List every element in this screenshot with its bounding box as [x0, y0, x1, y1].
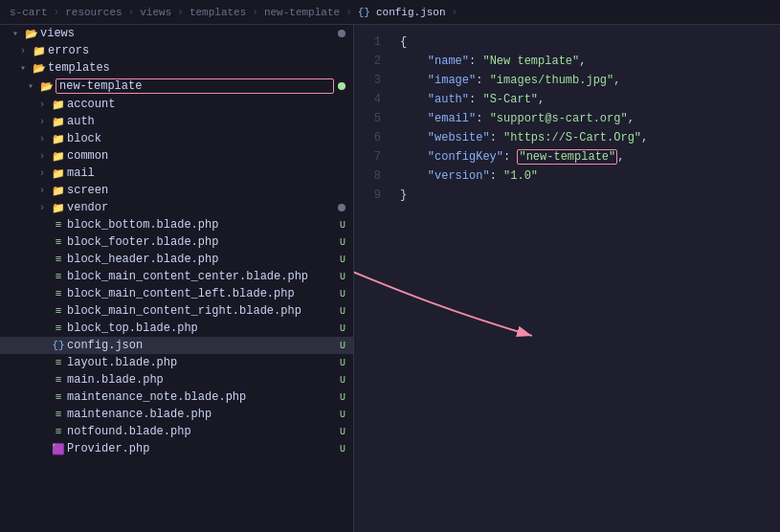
chevron-right-icon: › — [15, 46, 31, 56]
sidebar-item-label: Provider.php — [67, 442, 336, 455]
file-icon: ≡ — [50, 322, 67, 334]
sidebar-item-views[interactable]: ▾ 📂 views — [0, 25, 353, 42]
folder-closed-icon: 📁 — [50, 202, 67, 214]
status-dot — [338, 204, 345, 211]
status-dot — [338, 30, 345, 37]
chevron-down-icon: ▾ — [23, 80, 38, 92]
file-badge: U — [340, 392, 345, 403]
sidebar-item-common[interactable]: › 📁 common — [0, 147, 353, 165]
breadcrumb-bar: s-cart › resources › views › templates ›… — [0, 0, 780, 25]
sidebar-item-label: screen — [67, 184, 345, 197]
file-badge: U — [340, 306, 345, 317]
sidebar-item-mail[interactable]: › 📁 mail — [0, 165, 353, 182]
folder-closed-icon: 📁 — [50, 185, 67, 197]
file-icon: ≡ — [50, 391, 67, 403]
code-line-7: "configKey": "new-template", — [400, 147, 780, 166]
file-badge: U — [340, 272, 345, 282]
file-json-icon: {} — [50, 340, 67, 351]
sidebar-item-label: new-template — [56, 78, 334, 94]
file-icon: ≡ — [50, 271, 67, 282]
sidebar-item-errors[interactable]: › 📁 errors — [0, 42, 353, 59]
sidebar-item-label: views — [40, 27, 334, 40]
sidebar-item-config-json[interactable]: {} config.json U — [0, 337, 353, 354]
chevron-down-icon: ▾ — [8, 28, 23, 39]
file-badge: U — [340, 427, 345, 437]
folder-closed-icon: 📁 — [50, 167, 67, 180]
sidebar-item-block-header[interactable]: ≡ block_header.blade.php U — [0, 251, 353, 268]
file-icon: ≡ — [50, 219, 67, 231]
sidebar-item-layout[interactable]: ≡ layout.blade.php U — [0, 354, 353, 371]
sidebar-item-label: main.blade.php — [67, 373, 336, 387]
file-badge: U — [340, 220, 345, 231]
sidebar-item-block-footer[interactable]: ≡ block_footer.blade.php U — [0, 233, 353, 251]
sidebar-item-label: templates — [48, 61, 345, 75]
sidebar-item-templates[interactable]: ▾ 📂 templates — [0, 59, 353, 77]
code-line-1: { — [400, 33, 780, 52]
breadcrumb-part: new-template — [264, 7, 340, 18]
sidebar-item-provider[interactable]: 🟪 Provider.php U — [0, 440, 353, 457]
file-php-purple-icon: 🟪 — [50, 443, 67, 455]
file-icon: ≡ — [50, 357, 67, 368]
json-breadcrumb-icon: {} — [358, 7, 370, 18]
sidebar-item-label: block_bottom.blade.php — [67, 218, 336, 232]
file-badge: U — [340, 358, 345, 368]
sidebar-item-notfound[interactable]: ≡ notfound.blade.php U — [0, 423, 353, 440]
sidebar-item-account[interactable]: › 📁 account — [0, 96, 353, 113]
folder-open-icon: 📂 — [38, 80, 56, 93]
folder-closed-icon: 📁 — [50, 150, 67, 163]
sidebar-item-label: maintenance_note.blade.php — [67, 390, 336, 404]
breadcrumb-part: s-cart — [10, 7, 48, 18]
file-badge: U — [340, 289, 345, 299]
folder-closed-icon: 📁 — [50, 116, 67, 128]
folder-open-icon: 📂 — [31, 62, 48, 75]
breadcrumb-filename: config.json — [376, 7, 446, 18]
folder-open-icon: 📂 — [23, 28, 40, 40]
sidebar-item-maintenance-note[interactable]: ≡ maintenance_note.blade.php U — [0, 388, 353, 406]
highlighted-value: "new-template" — [517, 149, 617, 165]
code-area: 1 2 3 4 5 6 7 8 9 { "name": "New templat… — [354, 25, 780, 532]
sidebar-item-block-bottom[interactable]: ≡ block_bottom.blade.php U — [0, 216, 353, 233]
sidebar-item-label: account — [67, 98, 345, 111]
sidebar-item-label: common — [67, 149, 345, 163]
sidebar-item-label: block_footer.blade.php — [67, 235, 336, 249]
file-icon: ≡ — [50, 254, 67, 265]
file-icon: ≡ — [50, 409, 67, 420]
line-numbers: 1 2 3 4 5 6 7 8 9 — [354, 33, 392, 524]
status-dot-green — [338, 82, 345, 90]
sidebar-item-label: config.json — [67, 339, 336, 352]
code-line-8: "version": "1.0" — [400, 166, 780, 186]
sidebar-item-label: errors — [48, 44, 345, 57]
sidebar-item-block[interactable]: › 📁 block — [0, 130, 353, 147]
sidebar-item-vendor[interactable]: › 📁 vendor — [0, 199, 353, 216]
sidebar-item-block-main-content-right[interactable]: ≡ block_main_content_right.blade.php U — [0, 302, 353, 320]
file-badge: U — [340, 323, 345, 334]
code-line-3: "image": "images/thumb.jpg", — [400, 71, 780, 90]
sidebar-item-block-main-content-center[interactable]: ≡ block_main_content_center.blade.php U — [0, 268, 353, 285]
breadcrumb-part: views — [140, 7, 171, 18]
file-icon: ≡ — [50, 426, 67, 437]
sidebar-item-block-top[interactable]: ≡ block_top.blade.php U — [0, 320, 353, 337]
sidebar-item-block-main-content-left[interactable]: ≡ block_main_content_left.blade.php U — [0, 285, 353, 302]
sidebar-item-new-template[interactable]: ▾ 📂 new-template — [0, 77, 353, 96]
sidebar-item-label: block_main_content_left.blade.php — [67, 287, 336, 300]
code-content: { "name": "New template", "image": "imag… — [392, 33, 780, 524]
file-badge: U — [340, 255, 345, 265]
breadcrumb-part: resources — [65, 7, 122, 18]
sidebar-item-auth[interactable]: › 📁 auth — [0, 113, 353, 130]
sidebar-item-maintenance[interactable]: ≡ maintenance.blade.php U — [0, 406, 353, 423]
file-icon: ≡ — [50, 374, 67, 386]
code-line-5: "email": "support@s-cart.org", — [400, 109, 780, 128]
chevron-right-icon: › — [34, 134, 50, 144]
chevron-right-icon: › — [34, 168, 50, 179]
sidebar-item-label: maintenance.blade.php — [67, 408, 336, 421]
chevron-right-icon: › — [34, 186, 50, 196]
sidebar-item-main[interactable]: ≡ main.blade.php U — [0, 371, 353, 388]
sidebar-item-label: notfound.blade.php — [67, 425, 336, 438]
editor-panel: 1 2 3 4 5 6 7 8 9 { "name": "New templat… — [354, 25, 780, 532]
code-line-4: "auth": "S-Cart", — [400, 90, 780, 109]
file-badge: U — [340, 444, 345, 454]
code-line-2: "name": "New template", — [400, 52, 780, 71]
sidebar-item-label: layout.blade.php — [67, 356, 336, 369]
sidebar-item-screen[interactable]: › 📁 screen — [0, 182, 353, 199]
sidebar-item-label: vendor — [67, 201, 334, 214]
